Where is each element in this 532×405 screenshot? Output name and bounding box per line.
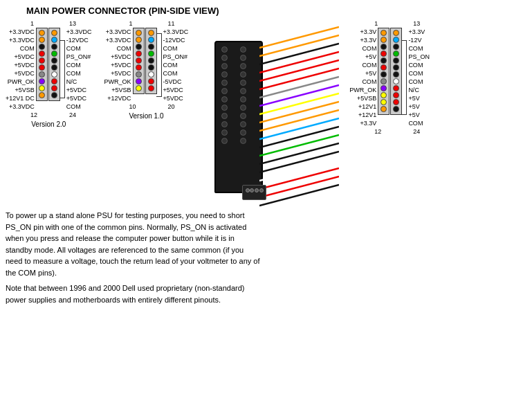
v30-left-labels: +3.3V +3.3V COM +5V COM +5V COM PWR_OK +… <box>349 28 378 127</box>
description-text: To power up a stand alone PSU for testin… <box>6 210 262 305</box>
v30-num-bot-right: 24 <box>413 128 420 135</box>
pin <box>136 78 142 84</box>
pin <box>51 71 57 78</box>
v30-ll-5: +5V <box>349 69 376 78</box>
pin <box>380 30 387 36</box>
pin <box>148 44 154 50</box>
v20-bracket <box>59 40 65 98</box>
pin <box>136 30 142 36</box>
pin <box>393 106 399 112</box>
v30-rl-6: COM <box>408 78 430 86</box>
pin <box>148 64 154 71</box>
pin <box>51 57 57 64</box>
v30-ll-2: COM <box>349 44 376 53</box>
v10-ll-5: +5VDC <box>104 69 131 78</box>
v20-ll-8: +12V1 DC <box>6 94 35 102</box>
svg-line-0 <box>259 27 339 48</box>
pin <box>380 71 387 78</box>
svg-line-12 <box>259 127 339 147</box>
v20-rl-4: COM <box>66 61 92 69</box>
svg-line-9 <box>259 102 339 123</box>
pin <box>393 99 399 105</box>
v20-ll-2: COM <box>6 44 35 53</box>
v10-num-top-right: 11 <box>168 20 175 27</box>
pin <box>39 71 45 78</box>
pin <box>148 51 154 57</box>
svg-line-11 <box>259 118 339 139</box>
v20-left-labels: +3.3VDC +3.3VDC COM +5VDC +5VDC +5VDC PW… <box>6 28 36 111</box>
pin <box>39 44 45 50</box>
page-title: MAIN POWER CONNECTOR (PIN-SIDE VIEW) <box>26 6 526 16</box>
v20-ll-0: +3.3VDC <box>6 28 35 36</box>
svg-line-8 <box>259 93 339 114</box>
pin <box>51 37 57 43</box>
v30-ll-0: +3.3V <box>349 28 376 36</box>
v10-rl-2: COM <box>163 44 189 53</box>
svg-line-5 <box>259 69 339 89</box>
v10-diagram: 1 11 +3.3VDC +3.3VDC COM +5VDC +5VDC +5V… <box>104 20 189 120</box>
pin <box>136 44 142 50</box>
pin <box>148 78 154 84</box>
pin <box>380 92 387 98</box>
v30-pins-right <box>390 28 402 115</box>
v30-rl-5: COM <box>408 69 430 78</box>
pin <box>39 85 45 91</box>
svg-line-2 <box>259 44 339 64</box>
v30-rl-2: COM <box>408 44 430 53</box>
pin <box>393 30 399 36</box>
svg-line-19 <box>259 185 339 206</box>
desc-para1: To power up a stand alone PSU for testin… <box>6 210 262 278</box>
v20-rl-0: +3.3VDC <box>66 28 92 36</box>
v10-num-top-left: 1 <box>129 20 133 27</box>
pin-holes <box>216 42 262 148</box>
connector-photo <box>201 20 339 207</box>
pin <box>380 99 387 105</box>
v10-rl-7: +5VDC <box>163 86 189 94</box>
pin <box>393 51 399 57</box>
v10-rl-6: -5VDC <box>163 78 189 86</box>
v20-label: Version 2.0 <box>6 120 92 128</box>
v30-pins-left <box>378 28 389 115</box>
v10-rl-0: +3.3VDC <box>163 28 189 36</box>
v30-num-bot-left: 12 <box>374 128 381 135</box>
pin <box>148 37 154 43</box>
v30-ll-1: +3.3V <box>349 36 376 44</box>
v20-right-labels: +3.3VDC -12VDC COM PS_ON# COM COM N/C +5… <box>65 28 92 111</box>
pin <box>380 64 387 71</box>
v20-rl-5: COM <box>66 69 92 78</box>
pin <box>51 64 57 71</box>
svg-line-3 <box>259 52 339 73</box>
svg-line-17 <box>259 168 339 189</box>
v20-ll-5: +5VDC <box>6 69 35 78</box>
v10-ll-1: +3.3VDC <box>104 36 131 44</box>
pin <box>136 57 142 64</box>
pin <box>393 44 399 50</box>
v30-rl-3: PS_ON <box>408 53 430 61</box>
v30-rl-10: +5V <box>408 111 430 119</box>
v10-pins-left <box>133 28 145 94</box>
pin <box>380 106 387 112</box>
pin <box>136 71 142 78</box>
pin <box>51 85 57 91</box>
v30-rl-9: +5V <box>408 102 430 111</box>
pin <box>51 44 57 50</box>
v30-ll-7: PWR_OK <box>349 86 376 94</box>
v10-rl-4: COM <box>163 61 189 69</box>
pin <box>136 85 142 91</box>
pin <box>39 78 45 84</box>
v30-ll-11: +3.3V <box>349 119 376 127</box>
v30-num-top-right: 13 <box>413 20 420 27</box>
v20-ll-3: +5VDC <box>6 53 35 61</box>
v30-ll-9: +12V1 <box>349 102 376 111</box>
pin <box>51 78 57 84</box>
v30-rl-0: +3.3V <box>408 28 430 36</box>
v20-ll-6: PWR_OK <box>6 78 35 86</box>
v10-rl-3: PS_ON# <box>163 53 189 61</box>
v30-rl-1: -12V <box>408 36 430 44</box>
v30-right-labels: +3.3V -12V COM PS_ON COM COM COM N/C +5V… <box>407 28 430 127</box>
v10-rl-5: COM <box>163 69 189 78</box>
v20-rl-2: COM <box>66 44 92 53</box>
v30-rl-8: +5V <box>408 94 430 102</box>
v30-rl-11: COM <box>408 119 430 127</box>
small-connector <box>242 185 266 200</box>
